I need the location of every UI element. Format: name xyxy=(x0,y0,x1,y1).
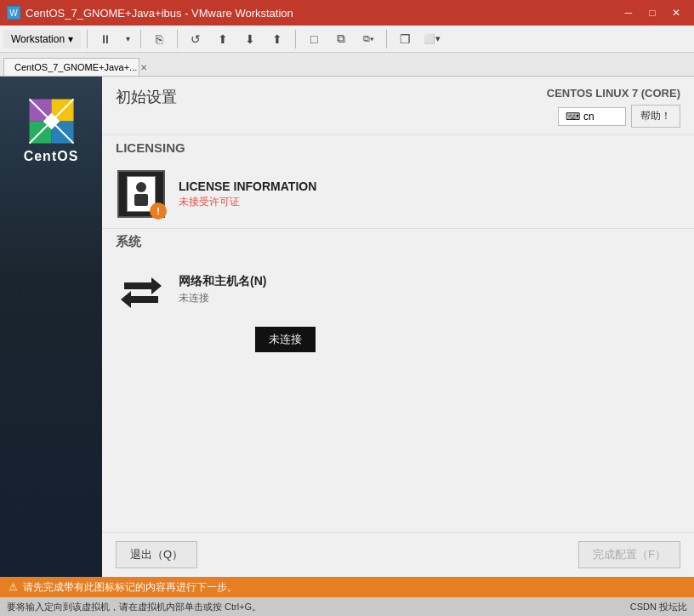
window-title: CentOS_7_GNOME+Java+ibus - VMware Workst… xyxy=(26,7,293,20)
pause-button[interactable]: ⏸ xyxy=(94,28,117,50)
power-up-button[interactable]: ⬆ xyxy=(265,28,289,50)
network-item[interactable]: 网络和主机名(N) 未连接 xyxy=(102,255,694,323)
status-box-label: 未连接 xyxy=(269,333,302,345)
network-item-text: 网络和主机名(N) 未连接 xyxy=(179,274,680,305)
network-title: 网络和主机名(N) xyxy=(179,274,680,289)
content-header: 初始设置 CENTOS LINUX 7 (CORE) ⌨ cn 帮助！ xyxy=(102,77,694,134)
power-down-button[interactable]: ⬇ xyxy=(238,28,262,50)
dropdown-arrow: ▾ xyxy=(68,33,73,45)
license-item[interactable]: ! LICENSE INFORMATION 未接受许可证 xyxy=(102,160,694,228)
single-window-button[interactable]: □ xyxy=(302,28,326,50)
send-keys-button[interactable]: ⎘ xyxy=(147,28,171,50)
title-bar: W CentOS_7_GNOME+Java+ibus - VMware Work… xyxy=(0,0,694,26)
vm-area: CentOS 初始设置 CENTOS LINUX 7 (CORE) ⌨ cn 帮… xyxy=(0,77,694,577)
language-selector[interactable]: ⌨ cn xyxy=(558,107,626,126)
help-button[interactable]: 帮助！ xyxy=(631,105,680,128)
fullscreen-button[interactable]: ⧉▾ xyxy=(356,28,380,50)
multi-window-button[interactable]: ⧉ xyxy=(329,28,353,50)
unity-button[interactable]: ❐ xyxy=(393,28,417,50)
lang-value: cn xyxy=(583,111,594,123)
tab-label: CentOS_7_GNOME+Java+... xyxy=(14,62,137,72)
refresh-button[interactable]: ↺ xyxy=(184,28,208,50)
finish-button[interactable]: 完成配置（F） xyxy=(578,541,680,568)
status-bar-right: CSDN 投坛比 xyxy=(630,601,687,613)
workstation-label: Workstation xyxy=(11,33,65,45)
sidebar: CentOS xyxy=(0,77,102,577)
window-controls: ─ □ ✕ xyxy=(617,3,687,22)
svg-point-11 xyxy=(136,182,146,192)
header-right: CENTOS LINUX 7 (CORE) ⌨ cn 帮助！ xyxy=(547,87,680,128)
suspend-button[interactable]: ⬆ xyxy=(211,28,235,50)
warning-badge: ! xyxy=(150,202,167,220)
svg-rect-12 xyxy=(134,194,148,206)
pause-dropdown[interactable]: ▾ xyxy=(121,28,134,50)
tab-close-button[interactable]: ✕ xyxy=(140,61,147,73)
license-title: LICENSE INFORMATION xyxy=(179,180,680,193)
warning-bar: ⚠ 请先完成带有此图标标记的内容再进行下一步。 xyxy=(0,577,694,597)
menu-bar: Workstation ▾ ⏸ ▾ ⎘ ↺ ⬆ ⬇ ⬆ □ ⧉ ⧉▾ ❐ ⬜▾ xyxy=(0,26,694,53)
toolbar-sep-2 xyxy=(140,30,141,48)
status-message: 要将输入定向到该虚拟机，请在虚拟机内部单击或按 Ctrl+G。 xyxy=(7,601,261,613)
license-icon: ! xyxy=(117,170,165,218)
toolbar-sep-5 xyxy=(386,30,387,48)
warning-message: 请先完成带有此图标标记的内容再进行下一步。 xyxy=(23,580,237,595)
tab-bar: CentOS_7_GNOME+Java+... ✕ xyxy=(0,53,694,77)
bottom-actions: 退出（Q） 完成配置（F） xyxy=(102,532,694,577)
toolbar-sep-3 xyxy=(177,30,178,48)
system-section-label: 系统 xyxy=(102,228,694,255)
network-subtitle: 未连接 xyxy=(179,291,680,305)
status-brand: CSDN 投坛比 xyxy=(630,601,687,613)
person-silhouette xyxy=(131,180,151,208)
app-icon: W xyxy=(7,6,20,20)
close-button[interactable]: ✕ xyxy=(665,3,687,22)
centos-logo xyxy=(24,94,79,149)
centos-version: CENTOS LINUX 7 (CORE) xyxy=(547,87,680,100)
maximize-button[interactable]: □ xyxy=(641,3,663,22)
toolbar-sep-1 xyxy=(87,30,88,48)
toolbar-sep-4 xyxy=(295,30,296,48)
main-content: 初始设置 CENTOS LINUX 7 (CORE) ⌨ cn 帮助！ LICE… xyxy=(102,77,694,577)
view-button[interactable]: ⬜▾ xyxy=(420,28,444,50)
license-subtitle: 未接受许可证 xyxy=(179,195,680,209)
sidebar-brand: CentOS xyxy=(24,149,79,164)
license-icon-container: ! xyxy=(116,168,167,220)
keyboard-icon: ⌨ xyxy=(566,111,580,123)
network-status-box: 未连接 xyxy=(255,327,316,352)
arrows-icon xyxy=(117,265,165,313)
workstation-menu[interactable]: Workstation ▾ xyxy=(3,30,81,48)
status-bar: 要将输入定向到该虚拟机，请在虚拟机内部单击或按 Ctrl+G。 CSDN 投坛比 xyxy=(0,597,694,616)
warning-icon: ⚠ xyxy=(9,581,18,593)
minimize-button[interactable]: ─ xyxy=(617,3,640,22)
quit-button[interactable]: 退出（Q） xyxy=(116,541,197,568)
page-title: 初始设置 xyxy=(116,87,177,107)
license-item-text: LICENSE INFORMATION 未接受许可证 xyxy=(179,180,680,209)
network-icon xyxy=(117,265,165,313)
vm-tab[interactable]: CentOS_7_GNOME+Java+... ✕ xyxy=(3,58,139,76)
licensing-section-label: LICENSING xyxy=(102,134,694,160)
network-icon-container xyxy=(116,264,167,315)
lang-row: ⌨ cn 帮助！ xyxy=(558,105,680,128)
